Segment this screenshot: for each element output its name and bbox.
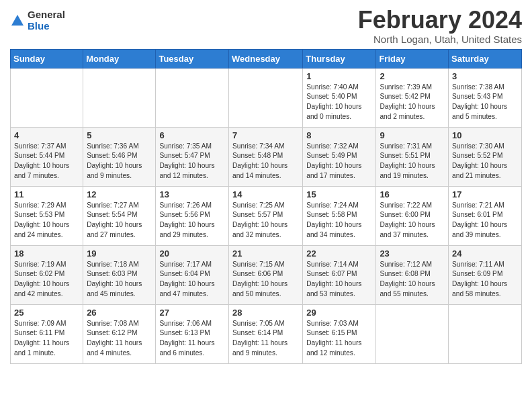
week-row-1: 1Sunrise: 7:40 AM Sunset: 5:40 PM Daylig… bbox=[11, 68, 522, 127]
calendar-cell: 14Sunrise: 7:25 AM Sunset: 5:57 PM Dayli… bbox=[229, 186, 303, 245]
day-number: 18 bbox=[14, 248, 79, 259]
day-number: 13 bbox=[159, 189, 225, 199]
logo-general-text: General bbox=[28, 9, 65, 21]
day-info: Sunrise: 7:06 AM Sunset: 6:13 PM Dayligh… bbox=[159, 319, 225, 359]
day-number: 22 bbox=[306, 248, 372, 259]
calendar-cell: 21Sunrise: 7:15 AM Sunset: 6:06 PM Dayli… bbox=[229, 245, 303, 304]
day-number: 5 bbox=[87, 130, 152, 140]
week-row-2: 4Sunrise: 7:37 AM Sunset: 5:44 PM Daylig… bbox=[11, 127, 522, 186]
calendar-cell: 19Sunrise: 7:18 AM Sunset: 6:03 PM Dayli… bbox=[83, 245, 156, 304]
calendar-cell: 27Sunrise: 7:06 AM Sunset: 6:13 PM Dayli… bbox=[156, 304, 229, 363]
day-number: 16 bbox=[380, 189, 445, 199]
day-number: 25 bbox=[14, 308, 79, 318]
calendar-cell: 25Sunrise: 7:09 AM Sunset: 6:11 PM Dayli… bbox=[11, 304, 83, 363]
day-info: Sunrise: 7:15 AM Sunset: 6:06 PM Dayligh… bbox=[232, 260, 299, 300]
calendar-cell: 5Sunrise: 7:36 AM Sunset: 5:46 PM Daylig… bbox=[83, 127, 156, 186]
calendar-cell: 15Sunrise: 7:24 AM Sunset: 5:58 PM Dayli… bbox=[303, 186, 376, 245]
day-info: Sunrise: 7:08 AM Sunset: 6:12 PM Dayligh… bbox=[87, 319, 152, 359]
day-info: Sunrise: 7:30 AM Sunset: 5:52 PM Dayligh… bbox=[452, 142, 518, 181]
day-info: Sunrise: 7:31 AM Sunset: 5:51 PM Dayligh… bbox=[380, 142, 445, 181]
day-number: 15 bbox=[306, 189, 372, 199]
calendar-cell: 7Sunrise: 7:34 AM Sunset: 5:48 PM Daylig… bbox=[229, 127, 303, 186]
page-header: General Blue February 2024 North Logan, … bbox=[10, 7, 522, 45]
weekday-header-row: SundayMondayTuesdayWednesdayThursdayFrid… bbox=[11, 49, 522, 68]
day-number: 23 bbox=[380, 248, 445, 259]
calendar-cell: 9Sunrise: 7:31 AM Sunset: 5:51 PM Daylig… bbox=[376, 127, 449, 186]
svg-marker-0 bbox=[11, 15, 24, 26]
day-info: Sunrise: 7:40 AM Sunset: 5:40 PM Dayligh… bbox=[306, 83, 372, 122]
calendar-table: SundayMondayTuesdayWednesdayThursdayFrid… bbox=[10, 49, 522, 364]
day-number: 28 bbox=[232, 308, 299, 318]
day-info: Sunrise: 7:18 AM Sunset: 6:03 PM Dayligh… bbox=[87, 260, 152, 300]
calendar-cell: 22Sunrise: 7:14 AM Sunset: 6:07 PM Dayli… bbox=[303, 245, 376, 304]
day-number: 6 bbox=[159, 130, 225, 140]
calendar-cell bbox=[376, 304, 449, 363]
day-info: Sunrise: 7:24 AM Sunset: 5:58 PM Dayligh… bbox=[306, 201, 372, 240]
day-info: Sunrise: 7:26 AM Sunset: 5:56 PM Dayligh… bbox=[159, 201, 225, 240]
day-number: 8 bbox=[306, 130, 372, 140]
calendar-cell: 13Sunrise: 7:26 AM Sunset: 5:56 PM Dayli… bbox=[156, 186, 229, 245]
day-number: 11 bbox=[14, 189, 79, 199]
day-number: 2 bbox=[380, 71, 445, 81]
calendar-cell: 10Sunrise: 7:30 AM Sunset: 5:52 PM Dayli… bbox=[449, 127, 522, 186]
calendar-cell: 16Sunrise: 7:22 AM Sunset: 6:00 PM Dayli… bbox=[376, 186, 449, 245]
calendar-cell: 23Sunrise: 7:12 AM Sunset: 6:08 PM Dayli… bbox=[376, 245, 449, 304]
day-number: 29 bbox=[306, 308, 372, 318]
day-info: Sunrise: 7:39 AM Sunset: 5:42 PM Dayligh… bbox=[380, 83, 445, 122]
title-area: February 2024 North Logan, Utah, United … bbox=[358, 7, 522, 45]
day-info: Sunrise: 7:27 AM Sunset: 5:54 PM Dayligh… bbox=[87, 201, 152, 240]
day-number: 10 bbox=[452, 130, 518, 140]
day-info: Sunrise: 7:17 AM Sunset: 6:04 PM Dayligh… bbox=[159, 260, 225, 300]
calendar-cell: 28Sunrise: 7:05 AM Sunset: 6:14 PM Dayli… bbox=[229, 304, 303, 363]
day-number: 21 bbox=[232, 248, 299, 259]
day-info: Sunrise: 7:25 AM Sunset: 5:57 PM Dayligh… bbox=[232, 201, 299, 240]
calendar-cell: 24Sunrise: 7:11 AM Sunset: 6:09 PM Dayli… bbox=[449, 245, 522, 304]
calendar-cell: 12Sunrise: 7:27 AM Sunset: 5:54 PM Dayli… bbox=[83, 186, 156, 245]
calendar-cell: 11Sunrise: 7:29 AM Sunset: 5:53 PM Dayli… bbox=[11, 186, 83, 245]
calendar-cell: 18Sunrise: 7:19 AM Sunset: 6:02 PM Dayli… bbox=[11, 245, 83, 304]
calendar-cell: 26Sunrise: 7:08 AM Sunset: 6:12 PM Dayli… bbox=[83, 304, 156, 363]
weekday-header-monday: Monday bbox=[83, 49, 156, 68]
logo-blue-text: Blue bbox=[28, 21, 65, 32]
day-number: 17 bbox=[452, 189, 518, 199]
day-info: Sunrise: 7:35 AM Sunset: 5:47 PM Dayligh… bbox=[159, 142, 225, 181]
day-number: 4 bbox=[14, 130, 79, 140]
day-info: Sunrise: 7:37 AM Sunset: 5:44 PM Dayligh… bbox=[14, 142, 79, 181]
day-info: Sunrise: 7:29 AM Sunset: 5:53 PM Dayligh… bbox=[14, 201, 79, 240]
logo: General Blue bbox=[10, 9, 65, 32]
calendar-cell bbox=[156, 68, 229, 127]
day-number: 19 bbox=[87, 248, 152, 259]
logo-icon bbox=[10, 13, 25, 28]
day-info: Sunrise: 7:19 AM Sunset: 6:02 PM Dayligh… bbox=[14, 260, 79, 300]
calendar-cell bbox=[229, 68, 303, 127]
day-info: Sunrise: 7:38 AM Sunset: 5:43 PM Dayligh… bbox=[452, 83, 518, 122]
calendar-cell: 20Sunrise: 7:17 AM Sunset: 6:04 PM Dayli… bbox=[156, 245, 229, 304]
day-number: 3 bbox=[452, 71, 518, 81]
day-info: Sunrise: 7:34 AM Sunset: 5:48 PM Dayligh… bbox=[232, 142, 299, 181]
calendar-cell bbox=[11, 68, 83, 127]
calendar-cell bbox=[449, 304, 522, 363]
calendar-cell: 3Sunrise: 7:38 AM Sunset: 5:43 PM Daylig… bbox=[449, 68, 522, 127]
day-number: 9 bbox=[380, 130, 445, 140]
weekday-header-friday: Friday bbox=[376, 49, 449, 68]
day-info: Sunrise: 7:14 AM Sunset: 6:07 PM Dayligh… bbox=[306, 260, 372, 300]
day-info: Sunrise: 7:05 AM Sunset: 6:14 PM Dayligh… bbox=[232, 319, 299, 359]
week-row-4: 18Sunrise: 7:19 AM Sunset: 6:02 PM Dayli… bbox=[11, 245, 522, 304]
day-info: Sunrise: 7:12 AM Sunset: 6:08 PM Dayligh… bbox=[380, 260, 445, 300]
week-row-5: 25Sunrise: 7:09 AM Sunset: 6:11 PM Dayli… bbox=[11, 304, 522, 363]
calendar-cell: 8Sunrise: 7:32 AM Sunset: 5:49 PM Daylig… bbox=[303, 127, 376, 186]
weekday-header-thursday: Thursday bbox=[303, 49, 376, 68]
day-info: Sunrise: 7:32 AM Sunset: 5:49 PM Dayligh… bbox=[306, 142, 372, 181]
calendar-cell bbox=[83, 68, 156, 127]
calendar-cell: 4Sunrise: 7:37 AM Sunset: 5:44 PM Daylig… bbox=[11, 127, 83, 186]
day-number: 27 bbox=[159, 308, 225, 318]
day-number: 7 bbox=[232, 130, 299, 140]
day-info: Sunrise: 7:22 AM Sunset: 6:00 PM Dayligh… bbox=[380, 201, 445, 240]
day-number: 24 bbox=[452, 248, 518, 259]
calendar-cell: 6Sunrise: 7:35 AM Sunset: 5:47 PM Daylig… bbox=[156, 127, 229, 186]
calendar-cell: 2Sunrise: 7:39 AM Sunset: 5:42 PM Daylig… bbox=[376, 68, 449, 127]
calendar-cell: 17Sunrise: 7:21 AM Sunset: 6:01 PM Dayli… bbox=[449, 186, 522, 245]
calendar-cell: 1Sunrise: 7:40 AM Sunset: 5:40 PM Daylig… bbox=[303, 68, 376, 127]
weekday-header-tuesday: Tuesday bbox=[156, 49, 229, 68]
weekday-header-wednesday: Wednesday bbox=[229, 49, 303, 68]
